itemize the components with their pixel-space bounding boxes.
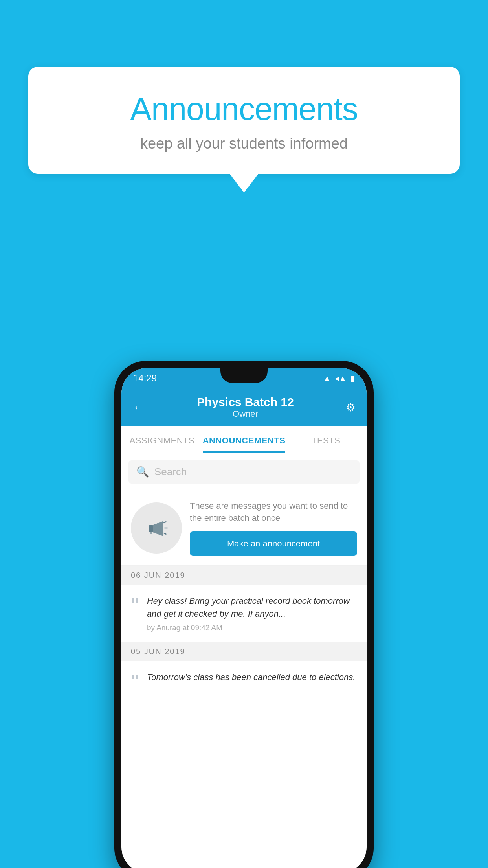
announcement-item-1[interactable]: " Hey class! Bring your practical record…: [121, 585, 367, 642]
announcement-text-2: Tomorrow's class has been cancelled due …: [147, 671, 355, 684]
tab-tests[interactable]: TESTS: [285, 426, 367, 453]
announcements-heading: Announcements: [48, 90, 440, 127]
header-title-group: Physics Batch 12 Owner: [145, 395, 346, 419]
speech-bubble: Announcements keep all your students inf…: [28, 67, 460, 174]
date-separator-2: 05 JUN 2019: [121, 642, 367, 661]
promo-description: These are messages you want to send to t…: [190, 500, 357, 524]
signal-icon: ◂▲: [335, 373, 347, 383]
megaphone-icon: [143, 514, 170, 542]
announcement-meta-1: by Anurag at 09:42 AM: [147, 623, 357, 632]
quote-icon-1: ": [131, 596, 139, 613]
back-button[interactable]: ←: [132, 400, 145, 415]
tab-announcements[interactable]: ANNOUNCEMENTS: [203, 426, 286, 453]
batch-title: Physics Batch 12: [145, 395, 346, 409]
search-icon: 🔍: [136, 466, 149, 478]
date-separator-1: 06 JUN 2019: [121, 566, 367, 585]
batch-role: Owner: [145, 409, 346, 419]
status-bar: 14:29 ▲ ◂▲ ▮: [121, 368, 367, 388]
search-placeholder: Search: [154, 466, 187, 478]
announcement-item-2[interactable]: " Tomorrow's class has been cancelled du…: [121, 661, 367, 699]
search-bar[interactable]: 🔍 Search: [128, 460, 360, 484]
promo-icon-circle: [131, 502, 182, 554]
announcement-text-1: Hey class! Bring your practical record b…: [147, 594, 357, 620]
settings-gear-icon[interactable]: ⚙: [346, 401, 356, 414]
announcements-subtitle: keep all your students informed: [48, 135, 440, 152]
app-header: ← Physics Batch 12 Owner ⚙: [121, 388, 367, 426]
quote-icon-2: ": [131, 672, 139, 690]
phone-screen: 14:29 ▲ ◂▲ ▮ ← Physics Batch 12 Owner ⚙ …: [121, 368, 367, 868]
battery-icon: ▮: [350, 373, 355, 383]
tabs-bar: ASSIGNMENTS ANNOUNCEMENTS TESTS: [121, 426, 367, 453]
promo-section: These are messages you want to send to t…: [121, 491, 367, 566]
announcement-content-2: Tomorrow's class has been cancelled due …: [147, 671, 355, 687]
notch: [220, 368, 268, 383]
status-time: 14:29: [133, 373, 157, 384]
make-announcement-button[interactable]: Make an announcement: [190, 531, 357, 556]
speech-bubble-container: Announcements keep all your students inf…: [28, 67, 460, 174]
wifi-icon: ▲: [323, 374, 331, 383]
phone-mockup: 14:29 ▲ ◂▲ ▮ ← Physics Batch 12 Owner ⚙ …: [114, 361, 374, 868]
promo-content: These are messages you want to send to t…: [190, 500, 357, 556]
announcement-content-1: Hey class! Bring your practical record b…: [147, 594, 357, 632]
status-icons: ▲ ◂▲ ▮: [323, 373, 355, 383]
tab-assignments[interactable]: ASSIGNMENTS: [121, 426, 203, 453]
